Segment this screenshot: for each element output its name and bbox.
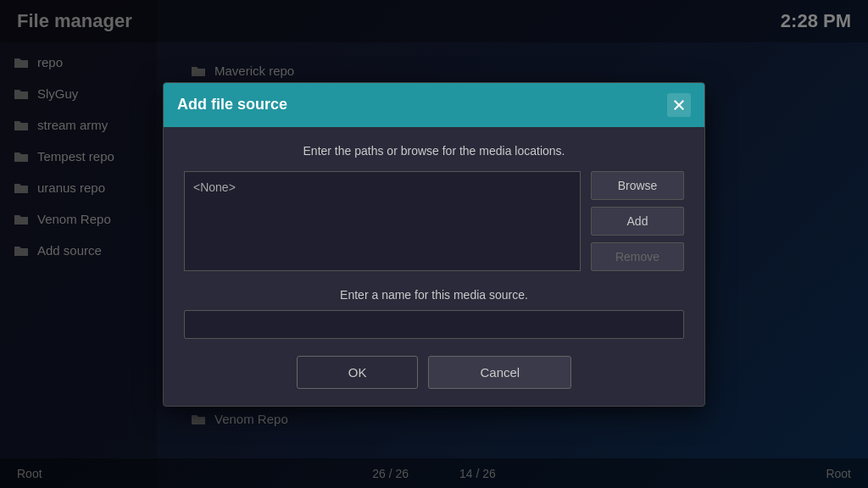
name-input[interactable] (184, 310, 684, 339)
paths-buttons: Browse Add Remove (591, 171, 684, 271)
add-button[interactable]: Add (591, 207, 684, 236)
remove-button[interactable]: Remove (591, 242, 684, 271)
browse-button[interactable]: Browse (591, 171, 684, 200)
paths-section: <None> Browse Add Remove (184, 171, 684, 271)
dialog-instruction: Enter the paths or browse for the media … (184, 144, 684, 158)
add-file-source-dialog: Add file source Enter the paths or brows… (163, 82, 705, 407)
ok-button[interactable]: OK (297, 356, 419, 389)
name-instruction: Enter a name for this media source. (184, 288, 684, 302)
dialog-title: Add file source (177, 96, 287, 114)
dialog-header: Add file source (164, 83, 704, 127)
dialog-body: Enter the paths or browse for the media … (164, 127, 704, 406)
dialog-actions: OK Cancel (184, 356, 684, 389)
paths-placeholder: <None> (193, 180, 236, 194)
dialog-close-button[interactable] (667, 93, 691, 117)
cancel-button[interactable]: Cancel (428, 356, 571, 389)
close-icon (673, 99, 685, 111)
modal-overlay: Add file source Enter the paths or brows… (0, 0, 868, 488)
paths-list[interactable]: <None> (184, 171, 581, 271)
